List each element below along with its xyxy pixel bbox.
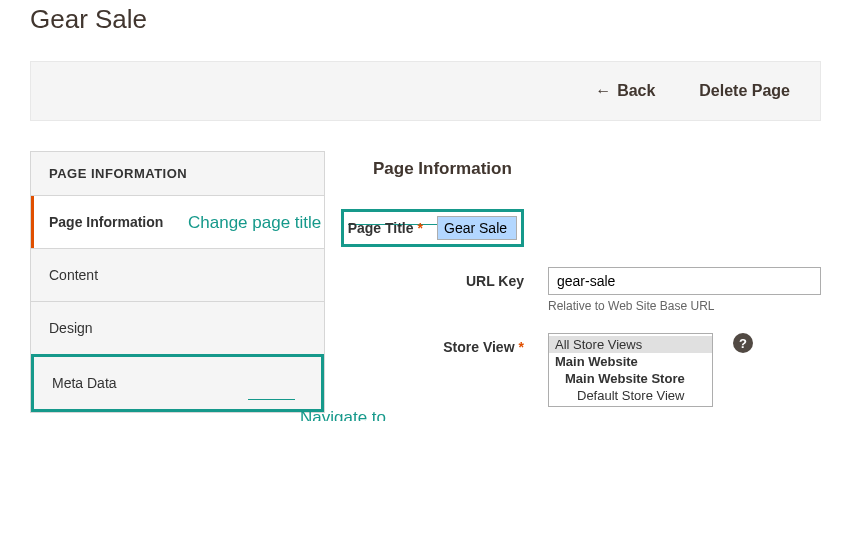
- tab-design[interactable]: Design: [31, 301, 324, 354]
- page-title-highlight: Page Title*: [341, 209, 524, 247]
- annotation-navigate-meta: Navigate to Meta Data Page: [300, 408, 423, 421]
- store-view-option-default[interactable]: Default Store View: [549, 387, 712, 404]
- required-marker: *: [418, 220, 423, 236]
- help-icon[interactable]: ?: [733, 333, 753, 353]
- url-key-input[interactable]: [548, 267, 821, 295]
- store-view-option-main-website-store[interactable]: Main Website Store: [549, 370, 712, 387]
- store-view-option-all[interactable]: All Store Views: [549, 336, 712, 353]
- delete-page-button[interactable]: Delete Page: [699, 82, 790, 100]
- form-content: Page Information Page Title* URL Key Rel…: [325, 151, 821, 421]
- required-marker: *: [519, 339, 524, 355]
- url-key-helper: Relative to Web Site Base URL: [548, 299, 821, 313]
- annotation-line-bottom: [248, 399, 295, 400]
- tab-meta-data[interactable]: Meta Data: [31, 354, 324, 412]
- page-title-label: Page Title: [348, 220, 414, 236]
- arrow-left-icon: ←: [595, 82, 611, 99]
- tab-content[interactable]: Content: [31, 248, 324, 301]
- sidebar: PAGE INFORMATION Page Information Conten…: [30, 151, 325, 421]
- page-title: Gear Sale: [0, 0, 851, 45]
- page-title-input[interactable]: [437, 216, 517, 240]
- annotation-change-title: Change page title: [188, 213, 321, 233]
- row-url-key: URL Key Relative to Web Site Base URL: [373, 267, 821, 313]
- section-title: Page Information: [373, 151, 821, 179]
- action-bar: ←Back Delete Page: [30, 61, 821, 121]
- store-view-option-main-website[interactable]: Main Website: [549, 353, 712, 370]
- row-page-title: Page Title*: [373, 209, 821, 247]
- sidebar-heading: PAGE INFORMATION: [30, 151, 325, 195]
- row-store-view: Store View* All Store Views Main Website…: [373, 333, 821, 407]
- store-view-label: Store View: [443, 339, 514, 355]
- url-key-label: URL Key: [373, 267, 548, 289]
- page-title-label-cell: Page Title*: [373, 209, 548, 247]
- back-button[interactable]: ←Back: [595, 82, 655, 100]
- back-button-label: Back: [617, 82, 655, 99]
- store-view-select[interactable]: All Store Views Main Website Main Websit…: [548, 333, 713, 407]
